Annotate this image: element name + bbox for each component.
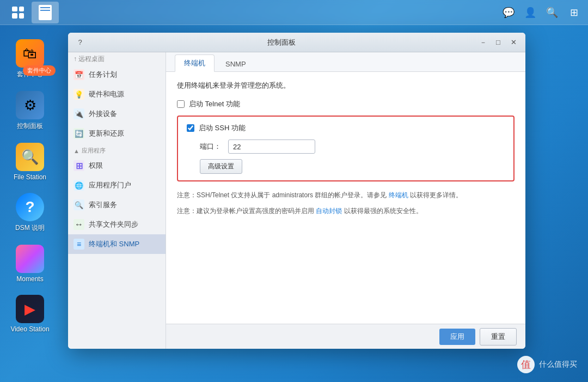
sidebar-item-task-plan-label: 任务计划 [89,70,117,80]
desktop-icon-file-station[interactable]: 🔍 File Station [5,140,54,184]
note2-link[interactable]: 自动封锁 [316,207,342,215]
note2-prefix: 注意：建议为登录帐户设置高强度的密码并启用 [177,207,316,215]
video-station-label: Video Station [10,325,49,333]
note1-suffix: 以获得更多详情。 [408,191,462,199]
desktop-icon-dsm-help[interactable]: ? DSM 说明 [5,190,54,236]
sidebar-item-external[interactable]: 🔌 外接设备 [68,104,166,124]
app-portal-icon: 🌐 [74,180,84,191]
tab-bar: 终端机 SNMP [166,52,525,72]
sidebar-item-external-label: 外接设备 [89,109,117,119]
tab-terminal[interactable]: 终端机 [175,54,215,72]
window-title: 控制面板 [87,38,476,47]
sidebar-item-terminal-snmp[interactable]: ≡ 终端机和 SNMP [68,234,166,254]
package-center-icon: 🛍 [16,39,44,68]
file-station-icon: 🔍 [16,143,44,171]
sidebar-item-app-portal[interactable]: 🌐 应用程序门户 [68,175,166,195]
help-button[interactable]: ? [74,36,87,49]
window-footer: 应用 重置 [166,324,525,349]
moments-icon [16,245,44,273]
hardware-icon: 💡 [74,89,84,100]
video-station-icon: ▶ [16,295,44,323]
control-panel-window: ? 控制面板 － □ ✕ ↑ 远程桌面 📅 任务计划 💡 硬件和电源 🔌 外接设 [68,33,525,349]
dsm-help-label: DSM 说明 [15,223,45,233]
collapse-icon: ▲ [74,148,79,154]
telnet-checkbox-row: 启动 Telnet 功能 [177,99,514,109]
apply-button[interactable]: 应用 [439,329,475,345]
desktop-icon-control-panel[interactable]: ⚙ 控制面板 [5,88,54,134]
tab-snmp[interactable]: SNMP [217,57,255,71]
restore-button[interactable]: □ [492,36,505,49]
sidebar-item-index-service[interactable]: 🔍 索引服务 [68,195,166,215]
ssh-section-box: 启动 SSH 功能 端口： 高级设置 [177,116,514,181]
desktop: 🛍 套件中心 套件中心 ⚙ 控制面板 🔍 File Station ? DSM … [0,25,60,382]
watermark-logo: 值 [517,356,535,373]
note1-prefix: 注意：SSH/Telnet 仅支持从属于 administrators 群组的帐… [177,191,389,199]
advanced-settings-button[interactable]: 高级设置 [200,159,242,174]
ssh-label[interactable]: 启动 SSH 功能 [199,123,246,133]
rights-icon: ⊞ [74,160,84,171]
desktop-icon-video-station[interactable]: ▶ Video Station [5,292,54,336]
note1-link[interactable]: 终端机 [389,191,408,199]
control-panel-icon: ⚙ [16,91,44,119]
note-1: 注意：SSH/Telnet 仅支持从属于 administrators 群组的帐… [177,190,514,201]
external-icon: 🔌 [74,108,84,119]
ssh-checkbox[interactable] [187,124,194,132]
index-service-icon: 🔍 [74,199,84,210]
moments-label: Moments [16,275,43,283]
search-icon-btn[interactable]: 🔍 [542,3,562,22]
window-titlebar: ? 控制面板 － □ ✕ [68,33,525,52]
sidebar: ↑ 远程桌面 📅 任务计划 💡 硬件和电源 🔌 外接设备 🔄 更新和还原 ▲ 应… [68,52,166,349]
telnet-checkbox[interactable] [177,100,185,108]
sidebar-item-rights-label: 权限 [89,161,103,171]
taskbar-controlpanel-button[interactable] [32,2,59,23]
sidebar-item-update-label: 更新和还原 [89,129,124,138]
sidebar-item-shared-sync-label: 共享文件夹同步 [89,220,138,229]
desktop-icon-moments[interactable]: Moments [5,241,54,286]
close-button[interactable]: ✕ [507,36,520,49]
grid-menu-icon [12,7,24,19]
dsm-help-icon: ? [16,193,44,221]
telnet-label[interactable]: 启动 Telnet 功能 [189,99,240,109]
task-plan-icon: 📅 [74,69,84,80]
control-panel-label: 控制面板 [17,122,43,131]
sidebar-overflow-item: ↑ 远程桌面 [68,52,166,65]
sidebar-item-shared-sync[interactable]: ↔ 共享文件夹同步 [68,215,166,234]
sidebar-item-update[interactable]: 🔄 更新和还原 [68,124,166,143]
update-icon: 🔄 [74,128,84,139]
content-description: 使用终端机来登录并管理您的系统。 [177,81,514,90]
sidebar-item-hardware[interactable]: 💡 硬件和电源 [68,84,166,104]
desktop-icon-package-center[interactable]: 🛍 套件中心 套件中心 [5,36,54,82]
chat-icon-btn[interactable]: 💬 [499,3,518,22]
sidebar-item-task-plan[interactable]: 📅 任务计划 [68,65,166,84]
watermark-text: 什么值得买 [539,360,577,369]
window-controls: － □ ✕ [476,36,520,49]
note2-suffix: 以获得最强的系统安全性。 [342,207,422,215]
controlpanel-icon [39,5,52,20]
sidebar-item-app-portal-label: 应用程序门户 [89,180,131,190]
sidebar-section-apps-label: 应用程序 [82,147,106,155]
minimize-button[interactable]: － [476,36,489,49]
taskbar-grid-button[interactable] [4,2,32,23]
file-station-label: File Station [14,173,46,181]
port-field-row: 端口： [200,140,505,154]
sidebar-item-rights[interactable]: ⊞ 权限 [68,156,166,175]
reset-button[interactable]: 重置 [480,328,517,345]
watermark: 值 什么值得买 [517,356,577,373]
shared-sync-icon: ↔ [74,219,84,230]
taskbar: 💬 👤 🔍 ⊞ [0,0,588,25]
user-icon-btn[interactable]: 👤 [520,3,540,22]
note-2: 注意：建议为登录帐户设置高强度的密码并启用 自动封锁 以获得最强的系统安全性。 [177,206,514,216]
ssh-checkbox-row: 启动 SSH 功能 [187,123,505,133]
port-label: 端口： [200,142,222,151]
sidebar-section-apps[interactable]: ▲ 应用程序 [68,143,166,156]
port-input[interactable] [228,140,315,154]
taskbar-right-icons: 💬 👤 🔍 ⊞ [499,3,584,22]
package-center-badge: 套件中心 [23,65,56,76]
sidebar-item-hardware-label: 硬件和电源 [89,89,124,99]
content-area: 使用终端机来登录并管理您的系统。 启动 Telnet 功能 启动 SSH 功能 … [166,72,525,324]
terminal-snmp-icon: ≡ [74,239,84,250]
sidebar-item-terminal-snmp-label: 终端机和 SNMP [89,239,139,249]
sidebar-item-index-service-label: 索引服务 [89,200,117,210]
main-content: 终端机 SNMP 使用终端机来登录并管理您的系统。 启动 Telnet 功能 启… [166,52,525,349]
display-icon-btn[interactable]: ⊞ [564,3,584,22]
